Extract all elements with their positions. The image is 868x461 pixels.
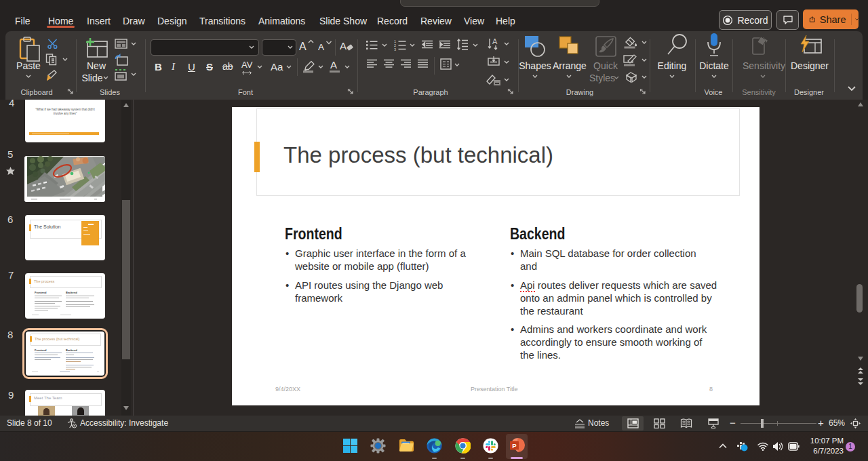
svg-text:A: A [299, 41, 307, 52]
svg-text:A: A [492, 37, 498, 45]
svg-text:3: 3 [394, 47, 396, 51]
svg-text:P: P [512, 442, 517, 449]
svg-text:A: A [340, 40, 347, 52]
svg-text:A: A [318, 42, 324, 52]
